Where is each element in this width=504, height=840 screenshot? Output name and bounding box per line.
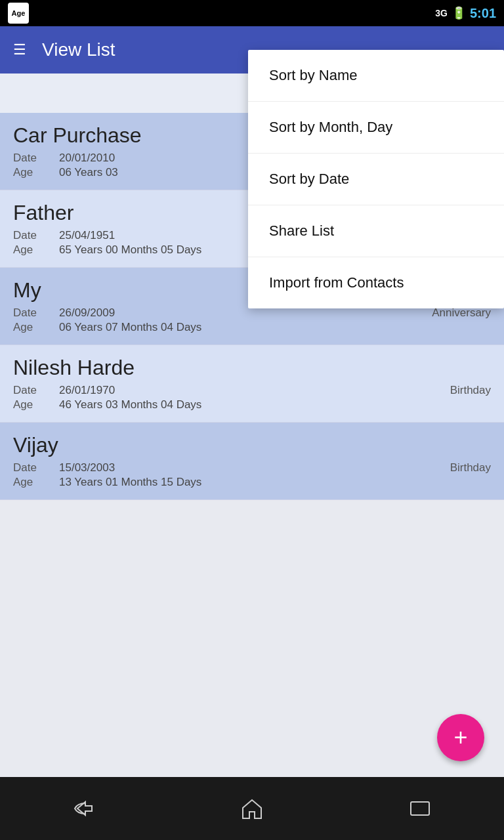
bottom-nav xyxy=(0,777,504,840)
item-type-my: Anniversary xyxy=(432,306,491,320)
app-icon: Age xyxy=(8,3,29,24)
dropdown-item-sort-month-day[interactable]: Sort by Month, Day xyxy=(248,102,504,154)
item-date-label-my: Date xyxy=(13,306,59,320)
list-item-vijay[interactable]: VijayDate15/03/2003BirthdayAge13 Years 0… xyxy=(0,423,504,500)
item-date-value-my: 26/09/2009 xyxy=(59,306,432,320)
status-bar-right: 3G 🔋 5:01 xyxy=(435,6,496,21)
item-name-vijay: Vijay xyxy=(13,433,491,457)
item-date-label-father: Date xyxy=(13,229,59,242)
status-bar-left: Age xyxy=(8,3,29,24)
item-age-row-my: Age06 Years 07 Months 04 Days xyxy=(13,321,491,334)
item-age-row-vijay: Age13 Years 01 Months 15 Days xyxy=(13,476,491,489)
svg-rect-0 xyxy=(411,802,429,815)
dropdown-item-import-contacts[interactable]: Import from Contacts xyxy=(248,257,504,308)
app-title: View List xyxy=(42,39,116,60)
item-age-row-nilesh-harde: Age46 Years 03 Months 04 Days xyxy=(13,398,491,411)
signal-icon: 3G xyxy=(435,8,448,18)
recents-button[interactable] xyxy=(394,789,446,828)
item-date-label-car-purchase: Date xyxy=(13,152,59,165)
item-date-row-nilesh-harde: Date26/01/1970Birthday xyxy=(13,384,491,397)
time-display: 5:01 xyxy=(470,6,496,21)
item-date-label-vijay: Date xyxy=(13,461,59,474)
dropdown-item-share-list[interactable]: Share List xyxy=(248,205,504,257)
status-bar: Age 3G 🔋 5:01 xyxy=(0,0,504,26)
item-age-label-car-purchase: Age xyxy=(13,166,59,179)
item-age-value-nilesh-harde: 46 Years 03 Months 04 Days xyxy=(59,398,491,411)
battery-icon: 🔋 xyxy=(452,6,466,20)
item-age-label-my: Age xyxy=(13,321,59,334)
dropdown-item-sort-date[interactable]: Sort by Date xyxy=(248,154,504,205)
dropdown-menu: Sort by NameSort by Month, DaySort by Da… xyxy=(248,50,504,308)
item-name-nilesh-harde: Nilesh Harde xyxy=(13,356,491,380)
item-age-label-father: Age xyxy=(13,243,59,257)
item-age-label-vijay: Age xyxy=(13,476,59,489)
home-button[interactable] xyxy=(226,789,278,828)
item-date-label-nilesh-harde: Date xyxy=(13,384,59,397)
item-date-value-nilesh-harde: 26/01/1970 xyxy=(59,384,450,397)
list-item-nilesh-harde[interactable]: Nilesh HardeDate26/01/1970BirthdayAge46 … xyxy=(0,345,504,423)
item-date-row-my: Date26/09/2009Anniversary xyxy=(13,306,491,320)
item-age-value-vijay: 13 Years 01 Months 15 Days xyxy=(59,476,491,489)
item-age-label-nilesh-harde: Age xyxy=(13,398,59,411)
item-date-row-vijay: Date15/03/2003Birthday xyxy=(13,461,491,474)
back-button[interactable] xyxy=(58,789,110,828)
item-type-nilesh-harde: Birthday xyxy=(450,384,491,397)
item-date-value-vijay: 15/03/2003 xyxy=(59,461,450,474)
dropdown-item-sort-name[interactable]: Sort by Name xyxy=(248,50,504,102)
fab-add-button[interactable]: + xyxy=(437,714,484,761)
item-age-value-my: 06 Years 07 Months 04 Days xyxy=(59,321,491,334)
hamburger-menu-icon[interactable]: ☰ xyxy=(13,41,26,58)
item-type-vijay: Birthday xyxy=(450,461,491,474)
